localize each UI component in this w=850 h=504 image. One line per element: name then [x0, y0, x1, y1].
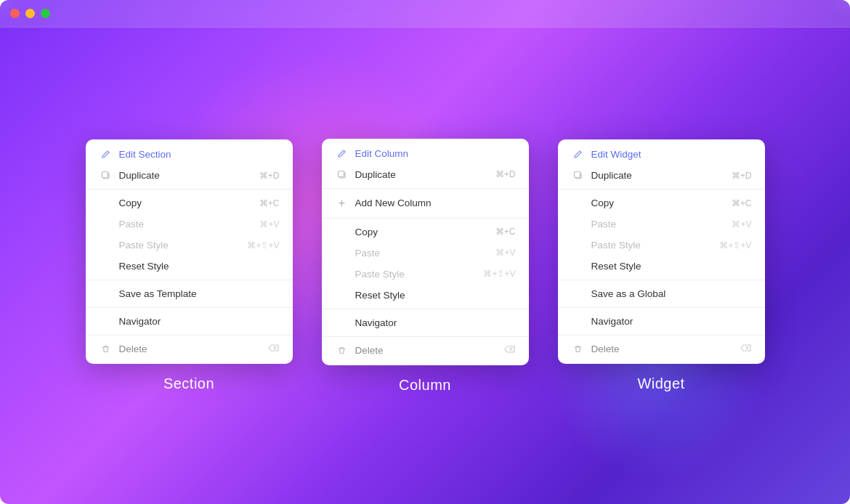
duplicate-icon-wid — [571, 171, 586, 180]
column-paste-label: Paste — [355, 248, 496, 259]
section-resetstyle-label: Reset Style — [119, 261, 280, 272]
column-duplicate-item[interactable]: Duplicate ⌘+D — [322, 164, 529, 185]
svg-rect-3 — [339, 171, 344, 176]
column-resetstyle-item[interactable]: Reset Style — [322, 285, 529, 306]
widget-pastestyle-label: Paste Style — [591, 240, 720, 251]
section-copy-label: Copy — [119, 198, 259, 208]
column-context-menu: Edit Column Duplicate ⌘+D + Add Ne — [322, 139, 529, 365]
add-new-column-item[interactable]: + Add New Column — [322, 192, 529, 215]
titlebar — [0, 0, 850, 28]
close-button[interactable] — [10, 9, 20, 18]
widget-delete-item[interactable]: Delete — [558, 338, 765, 359]
pencil-icon — [99, 150, 113, 159]
column-duplicate-label: Duplicate — [355, 169, 495, 180]
widget-resetstyle-item[interactable]: Reset Style — [558, 256, 765, 277]
col-sep3 — [322, 309, 529, 309]
widget-context-menu: Edit Widget Duplicate ⌘+D Copy — [558, 139, 765, 364]
edit-widget-item[interactable]: Edit Widget — [558, 144, 765, 165]
section-paste-label: Paste — [119, 219, 260, 229]
section-navigator-label: Navigator — [119, 316, 280, 327]
duplicate-icon — [99, 171, 113, 180]
wid-sep4 — [558, 335, 765, 336]
section-paste-item[interactable]: Paste ⌘+V — [86, 214, 293, 235]
col-sep1 — [322, 188, 529, 189]
widget-copy-shortcut: ⌘+C — [732, 198, 752, 208]
section-saveastemplate-label: Save as Template — [119, 288, 280, 299]
section-pastestyle-label: Paste Style — [119, 240, 248, 251]
section-resetstyle-item[interactable]: Reset Style — [86, 256, 293, 277]
widget-paste-item[interactable]: Paste ⌘+V — [558, 214, 765, 235]
column-menu-group: Edit Column Duplicate ⌘+D + Add Ne — [322, 139, 529, 394]
minimize-button[interactable] — [25, 9, 35, 18]
section-duplicate-item[interactable]: Duplicate ⌘+D — [86, 165, 293, 186]
section-copy-shortcut: ⌘+C — [259, 198, 280, 208]
section-delete-label: Delete — [119, 344, 268, 354]
widget-saveasglobal-item[interactable]: Save as a Global — [558, 283, 765, 304]
widget-copy-item[interactable]: Copy ⌘+C — [558, 192, 765, 214]
wid-sep2 — [558, 280, 765, 280]
column-navigator-item[interactable]: Navigator — [322, 312, 529, 333]
add-new-column-label: Add New Column — [355, 198, 516, 208]
main-content: Edit Section Duplicate ⌘+D Copy — [0, 28, 850, 504]
edit-column-item[interactable]: Edit Column — [322, 143, 529, 164]
widget-paste-label: Paste — [591, 219, 732, 229]
trash-icon-col — [335, 346, 349, 355]
column-delete-shortcut — [504, 345, 516, 356]
wid-sep3 — [558, 307, 765, 308]
section-delete-shortcut — [268, 344, 280, 354]
sep3 — [86, 307, 293, 308]
edit-section-label: Edit Section — [119, 149, 280, 160]
section-label: Section — [163, 375, 214, 392]
column-pastestyle-item[interactable]: Paste Style ⌘+⇧+V — [322, 264, 529, 285]
column-delete-item[interactable]: Delete — [322, 340, 529, 361]
column-delete-label: Delete — [355, 345, 504, 356]
plus-icon: + — [335, 197, 349, 210]
pencil-icon-wid — [571, 150, 586, 159]
column-copy-shortcut: ⌘+C — [495, 227, 516, 237]
section-menu-group: Edit Section Duplicate ⌘+D Copy — [86, 139, 293, 392]
traffic-lights — [10, 9, 50, 18]
column-navigator-label: Navigator — [355, 317, 516, 328]
sep1 — [86, 189, 293, 190]
trash-icon-wid — [571, 344, 586, 354]
column-pastestyle-label: Paste Style — [355, 269, 484, 280]
trash-icon — [99, 344, 113, 354]
widget-navigator-label: Navigator — [591, 316, 752, 327]
column-pastestyle-shortcut: ⌘+⇧+V — [483, 269, 515, 279]
section-pastestyle-shortcut: ⌘+⇧+V — [247, 240, 279, 251]
svg-rect-5 — [575, 172, 580, 178]
widget-duplicate-shortcut: ⌘+D — [732, 171, 752, 181]
widget-navigator-item[interactable]: Navigator — [558, 311, 765, 332]
widget-duplicate-item[interactable]: Duplicate ⌘+D — [558, 165, 765, 186]
maximize-button[interactable] — [41, 9, 50, 18]
section-pastestyle-item[interactable]: Paste Style ⌘+⇧+V — [86, 235, 293, 256]
col-sep2 — [322, 218, 529, 219]
sep2 — [86, 280, 293, 280]
widget-menu-group: Edit Widget Duplicate ⌘+D Copy — [558, 139, 765, 392]
widget-copy-label: Copy — [591, 198, 732, 208]
widget-pastestyle-item[interactable]: Paste Style ⌘+⇧+V — [558, 235, 765, 256]
section-duplicate-label: Duplicate — [119, 170, 259, 181]
column-label: Column — [399, 377, 451, 394]
column-copy-item[interactable]: Copy ⌘+C — [322, 221, 529, 243]
widget-pastestyle-shortcut: ⌘+⇧+V — [719, 240, 751, 251]
section-copy-item[interactable]: Copy ⌘+C — [86, 192, 293, 214]
section-delete-item[interactable]: Delete — [86, 338, 293, 359]
column-duplicate-shortcut: ⌘+D — [495, 169, 516, 179]
edit-column-label: Edit Column — [355, 148, 516, 159]
section-saveastemplate-item[interactable]: Save as Template — [86, 283, 293, 304]
wid-sep1 — [558, 189, 765, 190]
edit-widget-label: Edit Widget — [591, 149, 752, 160]
column-paste-shortcut: ⌘+V — [495, 248, 515, 258]
widget-delete-label: Delete — [591, 344, 740, 354]
widget-paste-shortcut: ⌘+V — [732, 219, 751, 229]
column-paste-item[interactable]: Paste ⌘+V — [322, 243, 529, 264]
section-context-menu: Edit Section Duplicate ⌘+D Copy — [86, 139, 293, 364]
edit-section-item[interactable]: Edit Section — [86, 144, 293, 165]
col-sep4 — [322, 336, 529, 337]
window: Edit Section Duplicate ⌘+D Copy — [0, 0, 850, 504]
section-navigator-item[interactable]: Navigator — [86, 311, 293, 332]
widget-duplicate-label: Duplicate — [591, 170, 732, 181]
column-resetstyle-label: Reset Style — [355, 290, 516, 301]
duplicate-icon-col — [335, 170, 349, 179]
